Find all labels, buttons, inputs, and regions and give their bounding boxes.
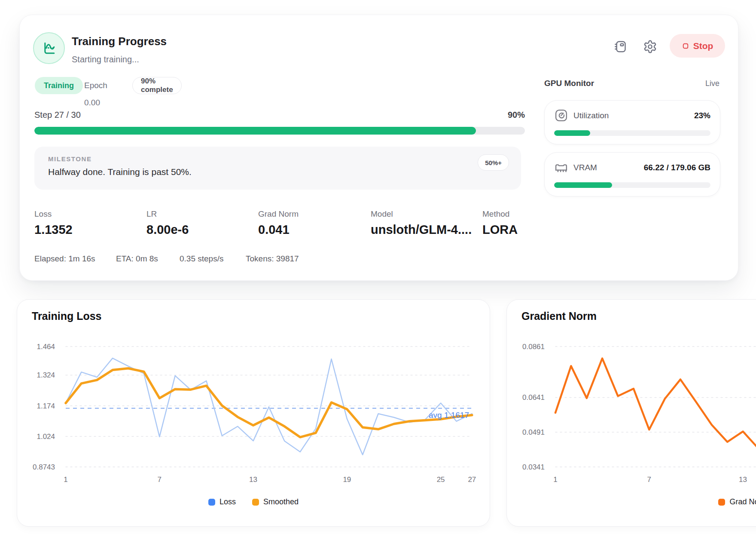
stat-label: Method [482, 209, 518, 219]
tokens-stat: Tokens: 39817 [246, 254, 299, 264]
x-tick-label: 13 [249, 476, 257, 484]
stats-row: Loss 1.1352 LR 8.00e-6 Grad Norm 0.041 M… [34, 209, 525, 239]
legend-swatch-icon [252, 499, 259, 506]
stop-button-label: Stop [693, 41, 713, 51]
legend-label: Loss [219, 497, 236, 506]
grad-norm-line [555, 359, 756, 449]
y-tick-label: 1.174 [37, 402, 55, 410]
stat-method: Method LORA [482, 209, 518, 237]
logs-notebook-button[interactable] [612, 38, 629, 55]
gauge-icon [554, 108, 568, 123]
x-tick-label: 13 [739, 476, 747, 484]
elapsed-stat: Elapsed: 1m 16s [34, 254, 95, 264]
milestone-banner: MILESTONE Halfway done. Training is past… [34, 147, 521, 190]
utilization-bar-fill [554, 130, 590, 136]
training-progress-fill [34, 127, 476, 135]
percent-complete-badge: 90% complete [132, 77, 182, 94]
stat-label: LR [146, 209, 189, 219]
gpu-monitor-title: GPU Monitor [544, 79, 594, 88]
memory-stick-icon [554, 160, 568, 175]
stat-value: LORA [482, 223, 518, 237]
training-loss-chart: 1.4641.3241.1741.0240.87431713192527avg … [17, 300, 490, 526]
stat-grad-norm: Grad Norm 0.041 [258, 209, 299, 237]
stat-value: 8.00e-6 [146, 223, 189, 237]
progress-percent: 90% [34, 110, 525, 120]
y-tick-label: 0.8743 [33, 463, 55, 471]
milestone-text: Halfway done. Training is past 50%. [48, 167, 192, 177]
training-dashboard: { "header": { "title": "Training Progres… [0, 0, 756, 540]
stat-loss: Loss 1.1352 [34, 209, 73, 237]
stat-label: Model [371, 209, 472, 219]
gradient-norm-card: 0.08610.06410.04910.03411713 Gradient No… [506, 299, 756, 527]
x-tick-label: 1 [553, 476, 557, 484]
gear-icon [643, 40, 657, 54]
vram-value: 66.22 / 179.06 GB [644, 163, 710, 172]
x-tick-label: 7 [647, 476, 651, 484]
milestone-badge: 50%+ [478, 154, 509, 171]
page-title: Training Progress [72, 35, 167, 48]
training-status-badge: Training [35, 77, 83, 94]
gpu-utilization-card: Utilization 23% [544, 100, 720, 144]
utilization-label: Utilization [573, 111, 609, 120]
legend-item-grad-norm: Grad Norm [718, 497, 756, 506]
x-tick-label: 1 [64, 476, 67, 484]
gpu-monitor-header: GPU Monitor Live [544, 79, 719, 88]
vram-bar [554, 182, 710, 188]
legend-item-smoothed: Smoothed [252, 497, 299, 506]
stop-button[interactable]: Stop [670, 34, 725, 58]
training-loss-legend: LossSmoothed [17, 497, 490, 506]
stat-value: 1.1352 [34, 223, 73, 237]
legend-label: Grad Norm [729, 497, 756, 506]
epoch-label: Epoch 0.00 [84, 77, 107, 111]
x-tick-label: 25 [437, 476, 445, 484]
training-loss-card: 1.4641.3241.1741.0240.87431713192527avg … [17, 299, 490, 527]
status-subtitle: Starting training... [72, 55, 139, 64]
average-line-label: avg 1.1617 [429, 411, 469, 420]
stat-model: Model unsloth/GLM-4.... [371, 209, 472, 237]
stat-label: Loss [34, 209, 73, 219]
y-tick-label: 0.0491 [522, 428, 545, 436]
stat-lr: LR 8.00e-6 [146, 209, 189, 237]
gradient-norm-chart: 0.08610.06410.04910.03411713 [507, 300, 756, 526]
legend-swatch-icon [718, 499, 725, 506]
settings-button[interactable] [641, 38, 658, 55]
x-tick-label: 19 [343, 476, 351, 484]
chart-title: Training Loss [32, 310, 102, 322]
loss-line [66, 358, 472, 455]
stat-value: unsloth/GLM-4.... [371, 223, 472, 237]
y-tick-label: 0.0641 [522, 393, 545, 402]
y-tick-label: 1.024 [37, 433, 55, 441]
legend-item-loss: Loss [208, 497, 236, 506]
vram-bar-fill [554, 182, 612, 188]
training-progress-card: Training Progress Starting training... S… [19, 15, 738, 281]
gradient-norm-legend: Grad Norm [507, 497, 756, 506]
loss-curve-icon [33, 32, 65, 64]
training-progress-bar [34, 127, 525, 135]
smoothed-line [66, 368, 472, 437]
stop-square-icon [682, 42, 689, 50]
utilization-bar [554, 130, 710, 136]
chart-title: Gradient Norm [521, 310, 597, 322]
legend-label: Smoothed [263, 497, 299, 506]
live-indicator: Live [705, 79, 719, 88]
stat-label: Grad Norm [258, 209, 299, 219]
steps-per-second-stat: 0.35 steps/s [180, 254, 223, 264]
y-tick-label: 0.0341 [522, 463, 545, 471]
gpu-vram-card: VRAM 66.22 / 179.06 GB [544, 152, 720, 196]
eta-stat: ETA: 0m 8s [116, 254, 158, 264]
vram-label: VRAM [573, 163, 597, 172]
notebook-icon [613, 40, 628, 54]
y-tick-label: 1.324 [37, 371, 55, 379]
legend-swatch-icon [208, 499, 215, 506]
x-tick-label: 7 [158, 476, 162, 484]
milestone-label: MILESTONE [48, 155, 92, 163]
stat-value: 0.041 [258, 223, 299, 237]
utilization-value: 23% [694, 111, 710, 120]
x-tick-label: 27 [468, 476, 476, 484]
y-tick-label: 1.464 [37, 343, 55, 351]
y-tick-label: 0.0861 [522, 343, 545, 351]
